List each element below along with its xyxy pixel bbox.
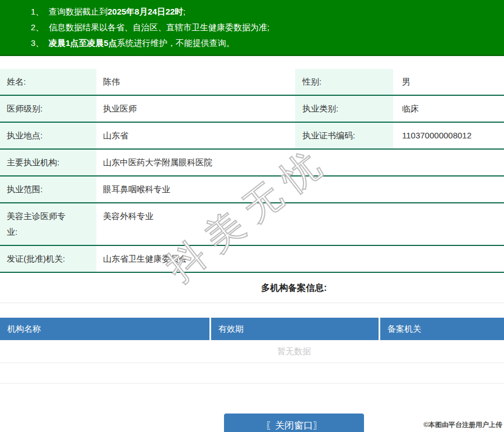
field-value-practice-category: 临床 [393, 96, 504, 122]
close-window-button[interactable]: 〖关闭窗口〗 [224, 414, 364, 432]
table-row: 发证(批准)机关: 山东省卫生健康委员会 [0, 246, 504, 273]
notice-text: 信息数据结果以各省、自治区、直辖市卫生健康委数据为准; [49, 20, 269, 35]
notice-item: 1、 查询数据截止到2025年8月24日22时; [31, 4, 504, 20]
field-label-practice-scope: 执业范围: [0, 176, 96, 202]
field-value-cosmetic-specialty: 美容外科专业 [96, 203, 504, 245]
table-row: 执业地点: 山东省 执业证书编码: 110370000008012 [0, 123, 504, 150]
field-value-gender: 男 [393, 69, 504, 95]
notice-text: 凌晨1点至凌晨5点系统进行维护，不能提供查询。 [49, 35, 235, 51]
field-label-practice-category: 执业类别: [295, 96, 393, 122]
field-value-main-institution: 山东中医药大学附属眼科医院 [96, 150, 504, 175]
column-header-filing-authority: 备案机关 [380, 318, 504, 340]
notice-text: 查询数据截止到2025年8月24日22时; [49, 4, 185, 20]
copyright-watermark: ©本图由平台注册用户上传 [423, 420, 502, 430]
table-footer-spacer [0, 363, 504, 384]
table-row: 姓名: 陈伟 性别: 男 [0, 69, 504, 96]
filing-table-header: 机构名称 有效期 备案机关 [0, 318, 504, 340]
notice-number: 1、 [31, 4, 49, 20]
field-value-name: 陈伟 [96, 69, 295, 95]
table-row: 美容主诊医师专 业: 美容外科专业 [0, 203, 504, 246]
column-header-validity-period: 有效期 [211, 318, 380, 340]
field-label-main-institution: 主要执业机构: [0, 150, 96, 175]
table-row: 主要执业机构: 山东中医药大学附属眼科医院 [0, 150, 504, 176]
filing-section-title: 多机构备案信息: [0, 273, 504, 303]
field-value-practice-scope: 眼耳鼻咽喉科专业 [96, 176, 504, 202]
empty-state-text: 暂无数据 [0, 340, 504, 363]
page-container: 1、 查询数据截止到2025年8月24日22时; 2、 信息数据结果以各省、自治… [0, 0, 504, 432]
table-row: 医师级别: 执业医师 执业类别: 临床 [0, 96, 504, 123]
field-label-name: 姓名: [0, 69, 96, 95]
field-label-doctor-level: 医师级别: [0, 96, 96, 122]
field-value-license-number: 110370000008012 [393, 123, 504, 148]
column-header-institution-name: 机构名称 [0, 318, 211, 340]
notice-number: 3、 [31, 35, 49, 51]
table-row: 执业范围: 眼耳鼻咽喉科专业 [0, 176, 504, 203]
notice-item: 3、 凌晨1点至凌晨5点系统进行维护，不能提供查询。 [31, 35, 504, 51]
field-label-gender: 性别: [295, 69, 393, 95]
field-label-issuing-authority: 发证(批准)机关: [0, 246, 96, 272]
field-label-practice-location: 执业地点: [0, 123, 96, 148]
field-value-issuing-authority: 山东省卫生健康委员会 [96, 246, 504, 272]
notice-banner: 1、 查询数据截止到2025年8月24日22时; 2、 信息数据结果以各省、自治… [0, 0, 504, 56]
notice-item: 2、 信息数据结果以各省、自治区、直辖市卫生健康委数据为准; [31, 20, 504, 35]
field-value-practice-location: 山东省 [96, 123, 295, 148]
notice-number: 2、 [31, 20, 49, 35]
field-value-doctor-level: 执业医师 [96, 96, 295, 122]
practitioner-info-table: 姓名: 陈伟 性别: 男 医师级别: 执业医师 执业类别: 临床 执业地点: 山… [0, 69, 504, 273]
field-label-cosmetic-specialty: 美容主诊医师专 业: [0, 203, 96, 245]
field-label-license-number: 执业证书编码: [295, 123, 393, 148]
